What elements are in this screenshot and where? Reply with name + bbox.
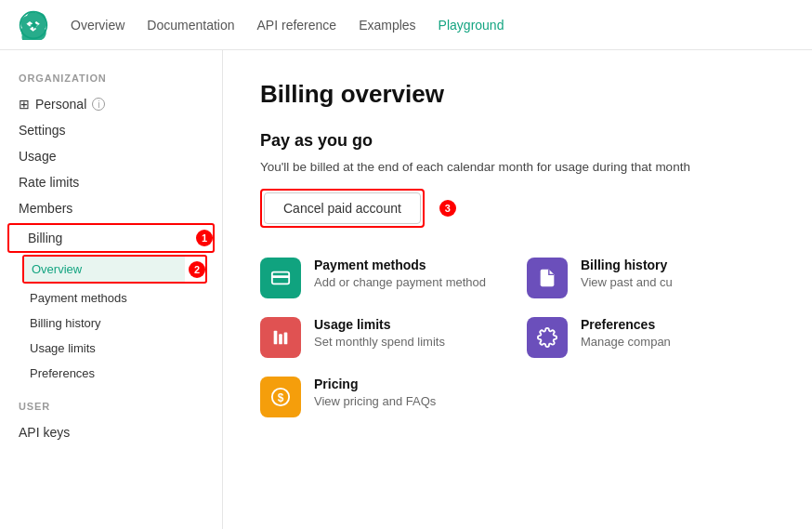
card-billing-history-desc: View past and cu xyxy=(581,275,673,289)
card-usage-limits[interactable]: Usage limits Set monthly spend limits xyxy=(260,317,508,358)
cancel-area: Cancel paid account 3 xyxy=(260,189,775,228)
cancel-paid-account-button[interactable]: Cancel paid account xyxy=(264,192,421,224)
card-payment-methods[interactable]: Payment methods Add or change payment me… xyxy=(260,258,508,298)
card-pricing-body: Pricing View pricing and FAQs xyxy=(314,377,436,408)
sidebar-item-preferences[interactable]: Preferences xyxy=(0,361,222,386)
svg-text:✦: ✦ xyxy=(29,18,39,32)
sidebar-item-rate-limits[interactable]: Rate limits xyxy=(0,169,222,195)
sidebar-item-settings[interactable]: Settings xyxy=(0,117,222,143)
card-usage-limits-desc: Set monthly spend limits xyxy=(314,335,445,349)
overview-annotation: 2 xyxy=(189,261,205,278)
pricing-icon: $ xyxy=(260,377,301,417)
nav-overview[interactable]: Overview xyxy=(71,14,124,36)
layout: ORGANIZATION ⊞ Personal i Settings Usage… xyxy=(0,50,812,529)
sidebar-item-members[interactable]: Members xyxy=(0,195,222,221)
card-billing-history-body: Billing history View past and cu xyxy=(581,258,673,289)
page-title: Billing overview xyxy=(260,80,775,109)
nav-links: Overview Documentation API reference Exa… xyxy=(71,14,504,36)
card-pricing[interactable]: $ Pricing View pricing and FAQs xyxy=(260,377,508,417)
info-icon[interactable]: i xyxy=(92,98,105,111)
payment-methods-icon xyxy=(260,258,301,298)
svg-rect-4 xyxy=(274,331,278,345)
nav-playground[interactable]: Playground xyxy=(439,14,504,36)
sidebar-item-billing[interactable]: Billing xyxy=(9,225,192,251)
svg-rect-6 xyxy=(284,333,288,345)
card-payment-methods-body: Payment methods Add or change payment me… xyxy=(314,258,486,289)
svg-rect-3 xyxy=(272,275,289,278)
billing-annotation: 1 xyxy=(196,230,213,246)
card-pricing-title: Pricing xyxy=(314,377,436,391)
sidebar-item-payment-methods[interactable]: Payment methods xyxy=(0,285,222,311)
svg-rect-5 xyxy=(279,334,282,344)
nav-examples[interactable]: Examples xyxy=(359,14,415,36)
user-section-label: USER xyxy=(0,401,222,419)
sidebar-item-usage-limits[interactable]: Usage limits xyxy=(0,336,222,361)
sidebar-item-overview[interactable]: Overview xyxy=(24,257,185,282)
card-payment-methods-title: Payment methods xyxy=(314,258,486,272)
billing-history-icon xyxy=(527,258,568,298)
card-pricing-desc: View pricing and FAQs xyxy=(314,394,436,408)
openai-logo: ✦ xyxy=(19,10,48,40)
cancel-btn-annotation-box: Cancel paid account xyxy=(260,189,425,228)
nav-documentation[interactable]: Documentation xyxy=(147,14,234,36)
cancel-annotation-badge: 3 xyxy=(439,200,456,217)
svg-text:$: $ xyxy=(278,391,284,404)
section-desc: You'll be billed at the end of each cale… xyxy=(260,160,775,174)
card-preferences[interactable]: Preferences Manage compan xyxy=(527,317,775,358)
usage-limits-icon xyxy=(260,317,301,358)
top-nav: ✦ Overview Documentation API reference E… xyxy=(0,0,812,50)
sidebar-item-usage[interactable]: Usage xyxy=(0,143,222,169)
card-preferences-desc: Manage compan xyxy=(581,335,671,349)
dashboard-icon: ⊞ xyxy=(19,97,30,112)
cards-grid: Payment methods Add or change payment me… xyxy=(260,258,775,417)
sidebar: ORGANIZATION ⊞ Personal i Settings Usage… xyxy=(0,50,223,529)
card-payment-methods-desc: Add or change payment method xyxy=(314,275,486,289)
card-usage-limits-title: Usage limits xyxy=(314,317,445,332)
personal-label: Personal xyxy=(35,97,86,112)
sidebar-item-api-keys[interactable]: API keys xyxy=(0,419,222,445)
nav-api-reference[interactable]: API reference xyxy=(257,14,337,36)
org-section-label: ORGANIZATION xyxy=(0,73,222,91)
preferences-icon xyxy=(527,317,568,358)
card-billing-history[interactable]: Billing history View past and cu xyxy=(527,258,775,298)
sidebar-item-billing-history[interactable]: Billing history xyxy=(0,311,222,336)
card-preferences-title: Preferences xyxy=(581,317,671,332)
card-usage-limits-body: Usage limits Set monthly spend limits xyxy=(314,317,445,349)
card-billing-history-title: Billing history xyxy=(581,258,673,272)
card-preferences-body: Preferences Manage compan xyxy=(581,317,671,349)
main-content: Billing overview Pay as you go You'll be… xyxy=(223,50,812,529)
section-title: Pay as you go xyxy=(260,131,775,151)
sidebar-personal[interactable]: ⊞ Personal i xyxy=(0,91,222,117)
